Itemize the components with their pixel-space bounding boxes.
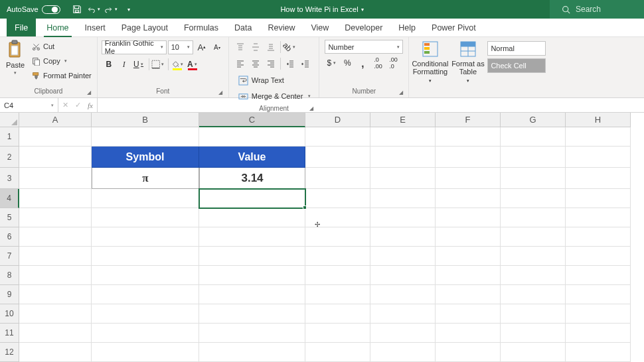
cell-e11[interactable] [370, 324, 436, 343]
tab-power-pivot[interactable]: Power Pivot [424, 19, 484, 36]
cell-b11[interactable] [92, 324, 199, 343]
cell-g11[interactable] [501, 324, 566, 343]
cell-d1[interactable] [305, 127, 370, 147]
cell-c5[interactable] [199, 208, 305, 227]
cell-f10[interactable] [436, 304, 501, 324]
cell-e9[interactable] [370, 285, 436, 304]
cell-b10[interactable] [92, 304, 199, 324]
format-painter-button[interactable]: Format Painter [29, 69, 94, 82]
cell-e4[interactable] [370, 189, 436, 208]
row-header-9[interactable]: 9 [0, 285, 19, 304]
cell-g8[interactable] [501, 266, 566, 285]
row-header-11[interactable]: 11 [0, 324, 19, 343]
cell-a8[interactable] [19, 266, 92, 285]
col-header-c[interactable]: C [199, 113, 305, 127]
cell-e8[interactable] [370, 266, 436, 285]
cell-b5[interactable] [92, 208, 199, 227]
cell-f9[interactable] [436, 285, 501, 304]
tab-view[interactable]: View [303, 19, 337, 36]
row-header-10[interactable]: 10 [0, 304, 19, 324]
cell-h8[interactable] [566, 266, 631, 285]
format-as-table-button[interactable]: Format as Table▾ [449, 40, 486, 86]
row-header-7[interactable]: 7 [0, 247, 19, 266]
cell-f12[interactable] [436, 343, 501, 362]
cell-f4[interactable] [436, 189, 501, 208]
border-button[interactable]: ▾ [151, 57, 166, 72]
col-header-f[interactable]: F [436, 113, 501, 127]
cell-c10[interactable] [199, 304, 305, 324]
cell-g12[interactable] [501, 343, 566, 362]
cell-f8[interactable] [436, 266, 501, 285]
cell-g2[interactable] [501, 147, 566, 168]
save-icon[interactable] [70, 2, 84, 17]
align-right-button[interactable] [264, 56, 278, 71]
row-header-5[interactable]: 5 [0, 208, 19, 227]
bold-button[interactable]: B [102, 57, 116, 72]
tab-review[interactable]: Review [260, 19, 303, 36]
cell-e2[interactable] [370, 147, 436, 168]
cell-a10[interactable] [19, 304, 92, 324]
cell-h11[interactable] [566, 324, 631, 343]
cell-h1[interactable] [566, 127, 631, 147]
cell-a5[interactable] [19, 208, 92, 227]
row-header-2[interactable]: 2 [0, 147, 19, 168]
cell-h6[interactable] [566, 227, 631, 247]
cell-a11[interactable] [19, 324, 92, 343]
cell-f5[interactable] [436, 208, 501, 227]
customize-qat-button[interactable]: ▾ [121, 2, 136, 17]
cell-f7[interactable] [436, 247, 501, 266]
increase-decimal-button[interactable]: .0.00 [370, 56, 385, 70]
cell-b2[interactable]: Symbol [92, 147, 199, 168]
cell-c2[interactable]: Value [199, 147, 305, 168]
align-bottom-button[interactable] [264, 40, 278, 54]
underline-button[interactable]: U▾ [132, 57, 147, 72]
cell-g6[interactable] [501, 227, 566, 247]
cell-b1[interactable] [92, 127, 199, 147]
number-format-select[interactable]: Number▾ [325, 40, 403, 54]
cell-d4[interactable] [305, 189, 370, 208]
cell-c12[interactable] [199, 343, 305, 362]
clipboard-dialog-launcher[interactable]: ◢ [85, 88, 94, 97]
enter-formula-icon[interactable]: ✓ [75, 101, 81, 109]
decrease-decimal-button[interactable]: .00.0 [386, 56, 400, 70]
cell-a12[interactable] [19, 343, 92, 362]
row-header-3[interactable]: 3 [0, 168, 19, 189]
fill-color-button[interactable]: ▾ [171, 57, 185, 72]
autosave-toggle[interactable]: AutoSave Off [7, 5, 60, 14]
cell-b8[interactable] [92, 266, 199, 285]
cell-f6[interactable] [436, 227, 501, 247]
cell-c7[interactable] [199, 247, 305, 266]
cell-b9[interactable] [92, 285, 199, 304]
row-header-6[interactable]: 6 [0, 227, 19, 247]
col-header-h[interactable]: H [566, 113, 631, 127]
alignment-dialog-launcher[interactable]: ◢ [307, 104, 315, 113]
cell-c9[interactable] [199, 285, 305, 304]
cell-g3[interactable] [501, 168, 566, 189]
cell-f2[interactable] [436, 147, 501, 168]
tab-page-layout[interactable]: Page Layout [114, 19, 176, 36]
cell-a7[interactable] [19, 247, 92, 266]
copy-button[interactable]: Copy▾ [29, 54, 94, 68]
cell-e12[interactable] [370, 343, 436, 362]
comma-format-button[interactable]: , [355, 56, 370, 70]
cell-c6[interactable] [199, 227, 305, 247]
undo-button[interactable]: ▾ [87, 2, 102, 17]
paste-button[interactable]: Paste▾ [3, 38, 28, 86]
col-header-g[interactable]: G [501, 113, 566, 127]
merge-center-button[interactable]: Merge & Center▾ [236, 89, 315, 103]
cell-a6[interactable] [19, 227, 92, 247]
align-left-button[interactable] [233, 56, 248, 71]
cell-f11[interactable] [436, 324, 501, 343]
cell-d7[interactable] [305, 247, 370, 266]
cell-d10[interactable] [305, 304, 370, 324]
font-name-select[interactable]: Franklin Gothic Me▾ [102, 40, 167, 54]
tab-developer[interactable]: Developer [337, 19, 390, 36]
cell-h4[interactable] [566, 189, 631, 208]
cell-h5[interactable] [566, 208, 631, 227]
cell-d11[interactable] [305, 324, 370, 343]
align-center-button[interactable] [248, 56, 263, 71]
cell-d8[interactable] [305, 266, 370, 285]
number-dialog-launcher[interactable]: ◢ [396, 88, 405, 97]
col-header-d[interactable]: D [305, 113, 370, 127]
cell-h7[interactable] [566, 247, 631, 266]
